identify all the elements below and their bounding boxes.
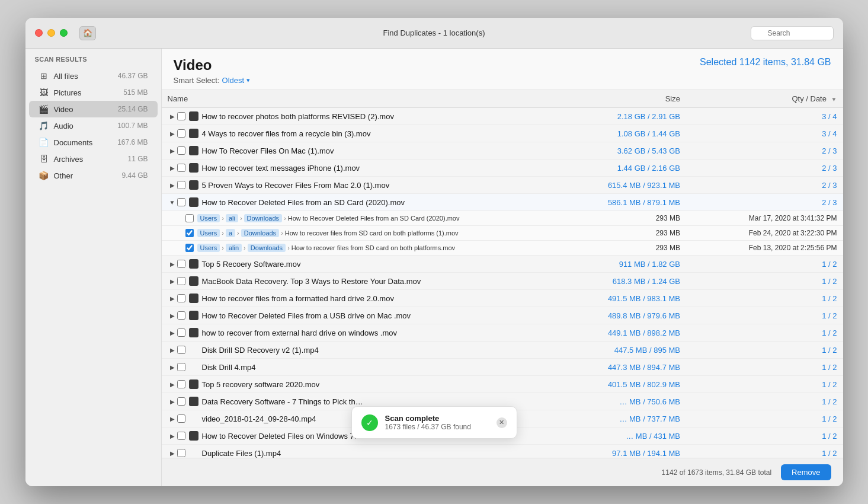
sidebar-item-other[interactable]: 📦 Other 9.44 GB: [29, 167, 158, 184]
row-checkbox[interactable]: [177, 363, 185, 371]
cell-name: ▶ Disk Drill SD Recovery v2 (1).mp4: [162, 342, 537, 358]
breadcrumb-folder: Downloads: [244, 214, 282, 222]
sub-row-checkbox[interactable]: [185, 214, 194, 222]
expand-icon[interactable]: ▶: [168, 448, 177, 458]
sub-row-checkbox[interactable]: [185, 229, 194, 237]
expand-icon[interactable]: ▶: [168, 146, 177, 155]
file-icon: [189, 111, 198, 121]
sidebar-item-all-files[interactable]: ⊞ All files 46.37 GB: [29, 68, 158, 84]
smart-select[interactable]: Smart Select: Oldest ▾: [174, 76, 831, 85]
expand-icon[interactable]: ▶: [168, 379, 177, 389]
sub-row-checkbox[interactable]: [185, 244, 194, 252]
file-icon: [189, 294, 198, 303]
row-checkbox[interactable]: [177, 328, 185, 337]
row-checkbox[interactable]: [177, 129, 185, 138]
collapse-icon[interactable]: ▼: [168, 197, 177, 207]
row-checkbox[interactable]: [177, 294, 185, 302]
table-container[interactable]: Name Size Qty / Date ▼: [162, 90, 843, 458]
cell-name: ▶ 5 Proven Ways to Recover Files From Ma…: [162, 177, 537, 193]
expand-icon[interactable]: ▶: [168, 163, 177, 173]
cell-name: ▶ How to Recover Deleted Files from a US…: [162, 307, 537, 324]
breadcrumb-folder: Users: [197, 229, 220, 237]
maximize-button[interactable]: [60, 29, 68, 37]
home-button[interactable]: 🏠: [79, 26, 96, 40]
row-checkbox[interactable]: [177, 432, 185, 440]
row-checkbox[interactable]: [177, 346, 185, 354]
row-checkbox[interactable]: [177, 380, 185, 388]
row-checkbox[interactable]: [177, 181, 185, 189]
row-checkbox[interactable]: [177, 277, 185, 285]
expand-icon[interactable]: ▶: [168, 397, 177, 406]
row-checkbox[interactable]: [177, 112, 185, 120]
toast-close-button[interactable]: ✕: [497, 417, 507, 428]
breadcrumb-folder: Users: [197, 214, 220, 222]
cell-size: 447.3 MB / 894.7 MB: [536, 359, 686, 376]
file-icon: [189, 129, 198, 138]
file-name: how to recover from external hard drive …: [202, 328, 397, 337]
sort-arrow-icon: ▼: [831, 96, 837, 103]
cell-name: ▶ how to recover from external hard driv…: [162, 324, 537, 341]
file-name: Top 5 recovery software 2020.mov: [202, 380, 320, 389]
cell-size: 618.3 MB / 1.24 GB: [536, 273, 686, 290]
table-row: ▶ How To Recover Files On Mac (1).mov 3.…: [162, 142, 843, 160]
cell-size: 3.62 GB / 5.43 GB: [536, 142, 686, 160]
expand-icon[interactable]: ▶: [168, 328, 177, 337]
file-icon: [189, 431, 198, 441]
table-row: ▶ Top 5 Recoery Software.mov 911 MB / 1.…: [162, 256, 843, 273]
cell-qty: 2 / 3: [686, 160, 843, 177]
breadcrumb-folder: Users: [197, 244, 220, 252]
cell-qty: 2 / 3: [686, 177, 843, 194]
sidebar-item-archives[interactable]: 🗄 Archives 11 GB: [29, 151, 158, 167]
row-checkbox[interactable]: [177, 198, 185, 206]
sidebar-item-video[interactable]: 🎬 Video 25.14 GB: [29, 101, 158, 117]
pictures-icon: 🖼: [39, 87, 49, 98]
expand-icon[interactable]: ▶: [168, 294, 177, 303]
cell-name: ▶ Top 5 Recoery Software.mov: [162, 256, 537, 272]
expand-icon[interactable]: ▶: [168, 259, 177, 269]
sidebar-size-other: 9.44 GB: [121, 171, 148, 180]
remove-button[interactable]: Remove: [781, 464, 831, 480]
sidebar-item-documents[interactable]: 📄 Documents 167.6 MB: [29, 134, 158, 151]
sidebar-item-pictures[interactable]: 🖼 Pictures 515 MB: [29, 84, 158, 101]
table-row: ▶ How to Recover Deleted Files from a US…: [162, 307, 843, 324]
expand-icon[interactable]: ▶: [168, 362, 177, 372]
row-checkbox[interactable]: [177, 164, 185, 172]
toast-body: Scan complete 1673 files / 46.37 GB foun…: [385, 414, 489, 431]
cell-qty: 1 / 2: [686, 342, 843, 359]
sidebar-size-all-files: 46.37 GB: [118, 72, 148, 80]
col-header-name: Name: [162, 90, 537, 108]
sub-row: Users › alin › Downloads › How to recove…: [162, 241, 843, 256]
smart-select-label: Smart Select:: [174, 76, 220, 85]
file-name: Disk Drill SD Recovery v2 (1).mp4: [202, 346, 319, 355]
row-checkbox[interactable]: [177, 311, 185, 320]
close-button[interactable]: [35, 29, 43, 37]
sidebar-label-documents: Documents: [54, 138, 118, 147]
row-checkbox[interactable]: [177, 449, 185, 457]
row-checkbox[interactable]: [177, 397, 185, 406]
expand-icon[interactable]: ▶: [168, 414, 177, 423]
sidebar-item-audio[interactable]: 🎵 Audio 100.7 MB: [29, 117, 158, 134]
file-name: How to Recover Deleted Files on Windows …: [202, 432, 362, 441]
file-icon: [189, 180, 198, 190]
expand-icon[interactable]: ▶: [168, 276, 177, 286]
cell-name: ▶ Top 5 recovery software 2020.mov: [162, 376, 537, 393]
breadcrumb-folder: Downloads: [241, 229, 279, 237]
expand-icon[interactable]: ▶: [168, 345, 177, 355]
row-checkbox[interactable]: [177, 260, 185, 268]
toast-title: Scan complete: [385, 414, 489, 423]
file-icon: [189, 414, 198, 423]
expand-icon[interactable]: ▶: [168, 111, 177, 121]
minimize-button[interactable]: [47, 29, 55, 37]
row-checkbox[interactable]: [177, 414, 185, 423]
table-row: ▶ MacBook Data Recovery. Top 3 Ways to R…: [162, 273, 843, 290]
row-checkbox[interactable]: [177, 146, 185, 155]
expand-icon[interactable]: ▶: [168, 180, 177, 190]
expand-icon[interactable]: ▶: [168, 129, 177, 138]
table-row: ▶ Top 5 recovery software 2020.mov 401.5…: [162, 376, 843, 393]
search-input[interactable]: [751, 26, 834, 40]
expand-icon[interactable]: ▶: [168, 311, 177, 320]
expand-icon[interactable]: ▶: [168, 431, 177, 441]
file-name: Top 5 Recoery Software.mov: [202, 260, 301, 269]
file-icon: [189, 276, 198, 286]
sidebar-label-all-files: All files: [54, 72, 118, 81]
